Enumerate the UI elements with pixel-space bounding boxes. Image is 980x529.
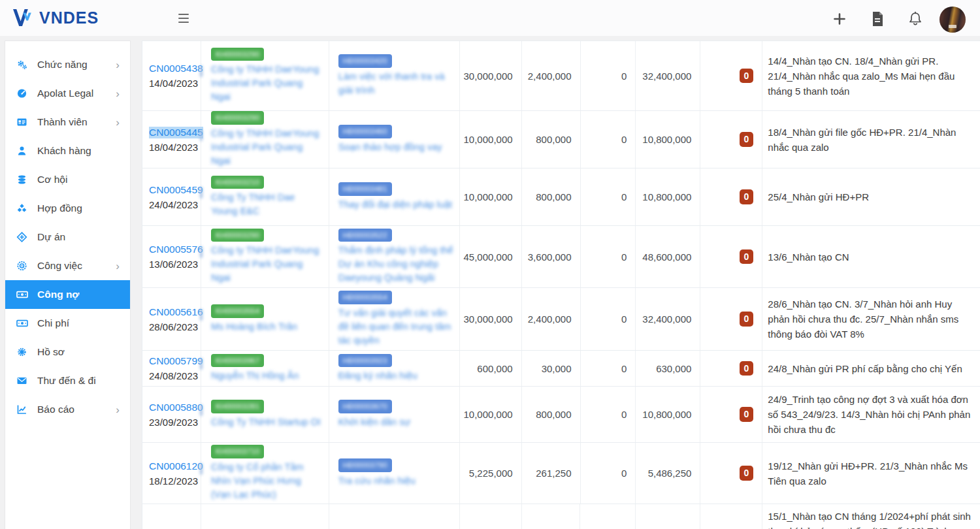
table-row[interactable]: CN000545924/04/2023KH00003210Công Ty TNH…: [142, 168, 980, 226]
sidebar-item-co-hoi[interactable]: Cơ hội: [5, 165, 130, 194]
vat-cell: 2,400,000: [522, 288, 581, 350]
table-row[interactable]: CN000544518/04/2023KH00003290Công ty TNH…: [142, 111, 980, 168]
sidebar-item-chi-phi[interactable]: Chi phí: [5, 309, 130, 338]
total-cell: [636, 504, 700, 529]
table-row[interactable]: CN000557613/06/2023KH00003290Công ty TNH…: [142, 226, 980, 288]
vat-cell: 800,000: [522, 111, 581, 168]
sidebar-item-label: Thành viên: [37, 116, 88, 128]
chevron-right-icon: ›: [116, 88, 120, 99]
user-avatar[interactable]: [939, 7, 966, 33]
sidebar-item-label: Chức năng: [37, 59, 88, 71]
table-row[interactable]: 15/1_Nhàn tạo CN tháng 1/2024+phí phát s…: [142, 504, 980, 529]
zero-flag-badge: 0: [740, 249, 754, 264]
sidebar-item-chuc-nang[interactable]: Chức năng ›: [5, 50, 130, 79]
matter-code-badge: HĐ00003460: [338, 125, 392, 138]
note-cell: 15/1_Nhàn tạo CN tháng 1/2024+phí phát s…: [762, 504, 980, 529]
debt-code-cell: CN000545924/04/2023: [142, 168, 201, 225]
remaining-flag-cell: 0: [700, 387, 762, 442]
customer-name: Công ty Cổ phần Tầm Nhìn Vạn Phúc Hưng (…: [211, 460, 323, 502]
customer-cell: KH00003210Công Ty TNHH Dae Young E&C: [201, 168, 329, 225]
sidebar-item-hop-dong[interactable]: Hợp đồng: [5, 194, 130, 223]
debt-code-link[interactable]: CN0005880: [149, 402, 203, 413]
id-card-icon: [16, 117, 29, 127]
zero-flag-badge: 0: [740, 189, 754, 204]
note-cell: 19/12_Nhàn gửi HĐ+PR. 21/3_Nhàn nhắc Ms …: [762, 443, 980, 504]
matter-description: Soạn thảo hợp đồng vay: [338, 140, 442, 154]
matter-code-badge: HĐ00003522: [338, 229, 392, 242]
sidebar-item-khach-hang[interactable]: Khách hàng: [5, 136, 130, 165]
table-row[interactable]: CN000543814/04/2023KH00003290Công ty TNH…: [142, 41, 980, 111]
matter-code-badge: HĐ00003923: [338, 354, 392, 367]
brand-logo[interactable]: VNDES: [12, 8, 99, 27]
debt-table-body: CN000543814/04/2023KH00003290Công ty TNH…: [142, 41, 980, 529]
amount-cell: 10,000,000: [460, 168, 522, 225]
customer-code-text: KH00003554: [216, 307, 259, 315]
remaining-flag-cell: [700, 504, 762, 529]
sidebar-item-cong-no[interactable]: Công nợ: [5, 280, 130, 309]
matter-code-text: HĐ00003670: [343, 402, 387, 410]
vndes-logo-icon: [12, 8, 35, 27]
matter-cell: HĐ00003790Tra cứu nhãn hiệu: [329, 443, 460, 504]
total-cell: 5,486,250: [636, 443, 700, 504]
debt-code-link[interactable]: CN0006120: [149, 460, 203, 472]
add-button[interactable]: [831, 10, 848, 27]
sidebar-item-bao-cao[interactable]: Báo cáo ›: [5, 395, 130, 424]
note-cell: 25/4_Nhàn gửi HĐ+PR: [762, 168, 980, 225]
documents-button[interactable]: [869, 10, 886, 27]
debt-code-link[interactable]: CN0005616: [149, 306, 203, 318]
gauge-icon: [16, 88, 29, 99]
debt-code-link[interactable]: CN0005799: [149, 355, 203, 367]
user-icon: [16, 146, 29, 156]
customer-code-text: KH00003290: [216, 231, 259, 239]
matter-description: Khởi kiện dân sự: [338, 415, 410, 429]
paid-cell: 0: [581, 226, 636, 287]
customer-name: Công Ty TNHH Dae Young E&C: [211, 191, 323, 218]
debt-code-cell: CN000561628/06/2023: [142, 288, 201, 350]
table-row[interactable]: CN000588023/09/2023KH00003281Công Ty TNH…: [142, 387, 980, 443]
sun-cog-icon: [16, 347, 29, 357]
sidebar-item-thanh-vien[interactable]: Thành viên ›: [5, 108, 130, 136]
vat-cell: 261,250: [522, 443, 581, 504]
amount-cell: 5,225,000: [460, 443, 522, 504]
note-text: 15/1_Nhàn tạo CN tháng 1/2024+phí phát s…: [768, 509, 971, 529]
notifications-button[interactable]: [907, 10, 924, 27]
table-row[interactable]: CN000579924/08/2023KH00003967Nguyễn Thị …: [142, 351, 980, 387]
total-cell: 630,000: [636, 351, 700, 386]
matter-cell: HĐ00003460Soạn thảo hợp đồng vay: [329, 111, 460, 168]
sidebar-item-thu-den-di[interactable]: Thư đến & đi: [5, 366, 130, 395]
customer-name: Nguyễn Thị Hồng Ân: [211, 369, 299, 383]
customer-code-badge: KH00003281: [211, 400, 264, 413]
customer-code-text: KH00003710: [216, 447, 259, 455]
blurred-artifact: [200, 129, 203, 141]
sidebar-item-du-an[interactable]: Dự án: [5, 223, 130, 251]
vat-cell: 3,600,000: [522, 226, 581, 287]
debt-code-link[interactable]: CN0005576: [149, 244, 203, 255]
debt-date: 24/04/2023: [149, 199, 201, 210]
matter-cell: HĐ00003481Thay đổi đại diện pháp luật: [329, 168, 460, 225]
sidebar-item-apolat-legal[interactable]: Apolat Legal ›: [5, 79, 130, 108]
matter-cell: HĐ00003420Làm việc với thanh tra và giải…: [329, 41, 460, 110]
debt-code-cell: CN000543814/04/2023: [142, 41, 201, 110]
remaining-flag-cell: 0: [700, 288, 762, 350]
app-window: VNDES: [0, 0, 980, 529]
table-row[interactable]: CN000561628/06/2023KH00003554Ms Hoàng Bí…: [142, 288, 980, 351]
hamburger-menu-icon[interactable]: [178, 14, 190, 24]
customer-name: Công ty TNHH DaeYoung Industrial Park Qu…: [211, 127, 323, 168]
debt-code-link[interactable]: CN0005459: [149, 184, 203, 196]
sidebar-item-label: Apolat Legal: [37, 88, 93, 99]
debt-code-link[interactable]: CN0005445: [149, 127, 203, 138]
debt-code-link[interactable]: CN0005438: [149, 63, 203, 74]
customer-cell: KH00003290Công ty TNHH DaeYoung Industri…: [201, 41, 329, 110]
amount-cell: 45,000,000: [460, 226, 522, 287]
total-cell: 10,800,000: [636, 387, 700, 442]
sidebar-item-ho-so[interactable]: Hồ sơ: [5, 338, 130, 366]
note-cell: 28/6_Nhàn tạo CN. 3/7_Nhàn hỏi anh Huy p…: [762, 288, 980, 350]
matter-description: Thay đổi đại diện pháp luật: [338, 198, 452, 212]
sidebar-item-cong-viec[interactable]: Công việc ›: [5, 251, 130, 280]
sidebar-item-label: Công việc: [37, 260, 82, 272]
paid-cell: [580, 504, 636, 529]
note-text: 18/4_Nhàn gửi file gốc HĐ+PR. 21/4_Nhàn …: [768, 125, 971, 155]
customer-cell: KH00003290Công ty TNHH DaeYoung Industri…: [201, 226, 329, 287]
table-row[interactable]: CN000612018/12/2023KH00003710Công ty Cổ …: [142, 443, 980, 504]
matter-code-badge: HĐ00003790: [338, 458, 392, 472]
